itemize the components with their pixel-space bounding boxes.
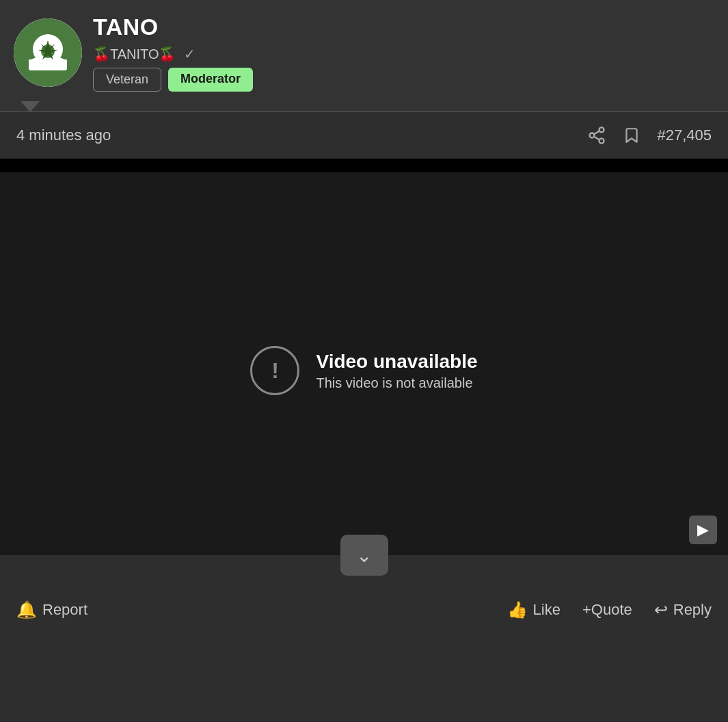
youtube-icon: ▶ bbox=[697, 521, 709, 539]
badge-row: Veteran Moderator bbox=[93, 68, 253, 92]
reply-label: Reply bbox=[673, 601, 712, 619]
video-error-row: ! Video unavailable This video is not av… bbox=[250, 346, 477, 395]
quote-button[interactable]: +Quote bbox=[582, 601, 632, 619]
veteran-badge[interactable]: Veteran bbox=[93, 68, 161, 92]
error-icon: ! bbox=[250, 346, 299, 395]
video-error-title: Video unavailable bbox=[316, 351, 477, 373]
share-icon[interactable] bbox=[587, 126, 606, 145]
video-unavailable-content: ! Video unavailable This video is not av… bbox=[250, 346, 477, 395]
post-number: #27,405 bbox=[657, 126, 712, 144]
youtube-button[interactable]: ▶ bbox=[689, 516, 717, 544]
video-wrapper: ! Video unavailable This video is not av… bbox=[0, 159, 728, 555]
bookmark-icon[interactable] bbox=[623, 126, 641, 145]
video-error-subtitle: This video is not available bbox=[316, 375, 477, 391]
post-time: 4 minutes ago bbox=[16, 126, 111, 144]
like-icon: 👍 bbox=[507, 600, 528, 619]
avatar-image bbox=[21, 25, 75, 80]
report-button[interactable]: 🔔 Report bbox=[16, 600, 87, 619]
like-label: Like bbox=[533, 601, 561, 619]
post-meta-bar: 4 minutes ago #27,405 bbox=[0, 112, 728, 159]
quote-label: +Quote bbox=[582, 601, 632, 619]
username: TANO bbox=[93, 14, 253, 40]
bell-icon: 🔔 bbox=[16, 600, 37, 619]
svg-line-10 bbox=[594, 131, 599, 135]
moderator-badge[interactable]: Moderator bbox=[168, 68, 253, 92]
verified-checkmark: ✓ bbox=[184, 46, 196, 62]
bottom-right-actions: 👍 Like +Quote ↩ Reply bbox=[507, 600, 712, 619]
avatar[interactable] bbox=[14, 18, 82, 87]
video-container: ! Video unavailable This video is not av… bbox=[0, 159, 728, 555]
like-button[interactable]: 👍 Like bbox=[507, 600, 561, 619]
username-tag: 🍒TANITO🍒 bbox=[93, 46, 176, 62]
svg-rect-5 bbox=[29, 64, 67, 70]
scroll-down-button[interactable]: ⌄ bbox=[340, 535, 388, 576]
header-bottom bbox=[0, 98, 728, 112]
report-label: Report bbox=[42, 601, 87, 619]
error-text-block: Video unavailable This video is not avai… bbox=[316, 351, 477, 391]
triangle-indicator bbox=[21, 101, 40, 112]
reply-button[interactable]: ↩ Reply bbox=[654, 600, 712, 619]
reply-icon: ↩ bbox=[654, 600, 668, 619]
svg-line-9 bbox=[594, 137, 599, 140]
bottom-left-actions: 🔔 Report bbox=[16, 600, 87, 619]
divider-line bbox=[0, 111, 728, 112]
user-info: TANO 🍒TANITO🍒 ✓ Veteran Moderator bbox=[93, 14, 253, 92]
chevron-down-icon: ⌄ bbox=[356, 544, 372, 567]
bottom-action-bar: 🔔 Report 👍 Like +Quote ↩ Reply bbox=[0, 583, 728, 637]
post-header: TANO 🍒TANITO🍒 ✓ Veteran Moderator bbox=[0, 0, 728, 98]
user-meta: 🍒TANITO🍒 ✓ bbox=[93, 46, 253, 62]
post-container: TANO 🍒TANITO🍒 ✓ Veteran Moderator 4 minu… bbox=[0, 0, 728, 722]
video-top-bar bbox=[0, 159, 728, 172]
post-actions-right: #27,405 bbox=[587, 126, 712, 145]
